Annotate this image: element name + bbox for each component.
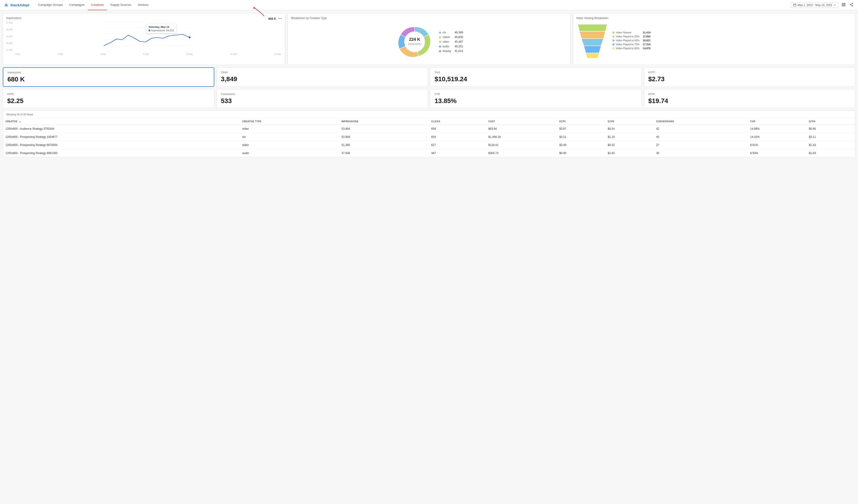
logo: StackAdapt: [4, 3, 30, 8]
impressions-chart-title: Impressions: [6, 16, 21, 20]
legend-display: display 41,012: [439, 49, 463, 53]
metric-cost-label: Cost: [434, 71, 637, 74]
data-table-card: Showing 35 of 35 Rows CREATIVE ▲ CREATIV…: [3, 111, 855, 157]
metric-ecpe[interactable]: eCPE $2.25: [3, 89, 214, 108]
share-icon-button[interactable]: [849, 2, 854, 9]
table-cell: video: [240, 141, 339, 149]
columns-icon-button[interactable]: [841, 2, 846, 9]
funnel-legend: Video Started 21,419 Video Played to 25%…: [613, 31, 651, 50]
col-creative[interactable]: CREATIVE ▲: [3, 118, 240, 125]
metric-cost-value: $10,519.24: [434, 76, 637, 83]
funnel-chart-body: Video Started 21,419 Video Played to 25%…: [576, 22, 852, 59]
table-cell: $3.21: [557, 133, 605, 141]
metric-ecpa-value: $19.74: [648, 97, 851, 105]
svg-text:224 K: 224 K: [409, 37, 420, 42]
y-label-4: 30,000: [6, 42, 13, 44]
nav-right: May 1, 2022 - May 14, 2022: [791, 2, 854, 9]
table-cell: $118.41: [486, 141, 557, 149]
metric-cvr[interactable]: CVR 13.85%: [430, 89, 642, 108]
chevron-down-icon: [833, 4, 836, 6]
legend-ctv: ctv 46,389: [439, 31, 463, 34]
calendar-icon: [793, 3, 796, 6]
table-cell: 1200x600 - Audience Strategy 3750344: [3, 125, 240, 133]
sort-arrow-creative: ▲: [19, 120, 21, 123]
x-label-6: 12 May: [230, 53, 237, 55]
col-ecpc[interactable]: ECPC: [557, 118, 605, 125]
svg-rect-2: [842, 3, 843, 6]
funnel-item-started: Video Started 21,419: [613, 31, 651, 34]
date-range-picker[interactable]: May 1, 2022 - May 14, 2022: [791, 2, 839, 8]
table-cell: $0.95: [557, 149, 605, 157]
funnel-dot-started: [613, 32, 615, 34]
x-label-4: 8 May: [143, 53, 149, 55]
table-cell: 659: [429, 125, 486, 133]
charts-row: Impressions 468 K ••• 37,500 35,000 32,5…: [3, 13, 855, 65]
table-cell: $1.83: [807, 149, 855, 157]
impressions-chart-options[interactable]: •••: [278, 16, 282, 21]
table-meta: Showing 35 of 35 Rows: [3, 111, 855, 118]
svg-point-16: [404, 31, 425, 52]
table-cell: $0.52: [605, 141, 654, 149]
metric-impressions[interactable]: Impressions 680 K: [3, 67, 214, 87]
table-cell: 52,909: [339, 133, 429, 141]
table-cell: 8.61%: [748, 141, 807, 149]
col-cost[interactable]: COST: [486, 118, 557, 125]
metric-conversions[interactable]: Conversions 533: [217, 89, 428, 108]
col-creative-type[interactable]: CREATIVE TYPE: [240, 118, 339, 125]
metric-clicks[interactable]: Clicks 3,849: [217, 67, 428, 87]
legend-dot-native: [439, 36, 441, 38]
table-cell: audio: [240, 149, 339, 157]
x-label-3: 6 May: [100, 53, 106, 55]
navigation: StackAdapt Campaign Groups Campaigns Cre…: [0, 0, 858, 10]
x-label-1: 2 May: [15, 53, 20, 55]
metric-impressions-label: Impressions: [7, 71, 210, 74]
legend-dot-ctv: [439, 32, 441, 34]
col-ecpe[interactable]: ECPE: [605, 118, 654, 125]
svg-rect-1: [793, 4, 796, 6]
legend-dot-display: [439, 50, 441, 52]
table-cell: 467: [429, 149, 486, 157]
table-cell: 27: [654, 141, 748, 149]
table-cell: 14.42%: [748, 133, 807, 141]
funnel-dot-50: [613, 39, 615, 42]
metric-cvr-label: CVR: [434, 93, 637, 95]
col-clicks[interactable]: CLICKS: [429, 118, 486, 125]
col-ecpa[interactable]: ECPA: [807, 118, 855, 125]
metric-ecpa[interactable]: eCPA $19.74: [644, 89, 855, 108]
metric-cost[interactable]: Cost $10,519.24: [430, 67, 642, 87]
metric-clicks-value: 3,849: [221, 76, 424, 83]
col-conversions[interactable]: CONVERSIONS: [654, 118, 748, 125]
col-cvr[interactable]: CVR: [748, 118, 807, 125]
table-row: 1200x600 - Audience Strategy 3750344vide…: [3, 125, 855, 133]
tooltip-dot: [148, 30, 150, 31]
nav-campaign-groups[interactable]: Campaign Groups: [35, 0, 66, 10]
svg-point-7: [850, 4, 851, 5]
funnel-item-25: Video Played to 25% 17,892: [613, 35, 651, 38]
table-cell: 37,936: [339, 149, 429, 157]
nav-supply-sources[interactable]: Supply Sources: [107, 0, 134, 10]
table-cell: 1200x600 - Prospecting Strategy 1054677: [3, 133, 240, 141]
impressions-chart-header: Impressions 468 K •••: [6, 16, 282, 21]
funnel-chart-title: Video Viewing Breakdown: [576, 16, 852, 20]
funnel-dot-75: [613, 44, 615, 46]
col-impressions[interactable]: IMPRESSIONS: [339, 118, 429, 125]
metric-ecpc[interactable]: eCPC $2.73: [644, 67, 855, 87]
legend-dot-video: [439, 41, 441, 43]
table-header-row: CREATIVE ▲ CREATIVE TYPE IMPRESSIONS CLI…: [3, 118, 855, 125]
nav-campaigns[interactable]: Campaigns: [66, 0, 88, 10]
nav-links: Campaign Groups Campaigns Creatives Supp…: [35, 0, 791, 10]
chart-area: Saturday, May 14 Impressions 34,315 2 Ma…: [14, 21, 282, 55]
svg-rect-4: [844, 3, 845, 6]
metric-impressions-value: 680 K: [7, 76, 210, 83]
funnel-item-75: Video Played to 75% 17,316: [613, 43, 651, 46]
metric-cvr-value: 13.85%: [434, 97, 637, 105]
table-cell: ctv: [240, 133, 339, 141]
nav-devices[interactable]: Devices: [134, 0, 152, 10]
nav-creatives[interactable]: Creatives: [88, 0, 107, 10]
table-cell: $3.11: [807, 133, 855, 141]
table-cell: $0.54: [605, 125, 654, 133]
logo-icon: [4, 3, 9, 8]
table-row: 1200x600 - Prospecting Strategy 8681383a…: [3, 149, 855, 157]
table-cell: $3.87: [557, 125, 605, 133]
svg-text:Impressions: Impressions: [408, 43, 422, 45]
